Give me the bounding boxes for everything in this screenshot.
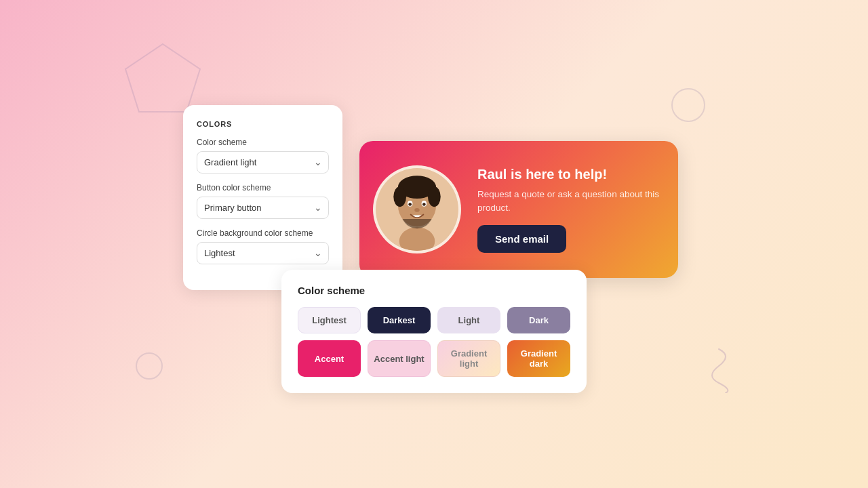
- hero-content: Raul is here to help! Request a quote or…: [477, 166, 659, 253]
- circle-decoration-2: [136, 352, 163, 380]
- squiggle-decoration: [698, 346, 739, 393]
- color-scheme-select[interactable]: Lightest Light Dark Darkest Accent Accen…: [197, 151, 329, 174]
- color-scheme-panel-title: Color scheme: [298, 285, 570, 296]
- svg-point-5: [393, 186, 406, 207]
- circle-decoration-1: [671, 88, 705, 122]
- color-scheme-panel: Color scheme Lightest Darkest Light Dark…: [281, 270, 587, 393]
- color-scheme-label: Color scheme: [197, 138, 329, 147]
- scheme-btn-accent-light[interactable]: Accent light: [368, 340, 431, 377]
- colors-panel: COLORS Color scheme Lightest Light Dark …: [183, 105, 342, 290]
- circle-bg-field: Circle background color scheme Lightest …: [197, 228, 329, 264]
- hero-title: Raul is here to help!: [477, 166, 659, 182]
- svg-point-6: [428, 186, 441, 207]
- svg-point-10: [422, 203, 426, 206]
- scheme-btn-dark[interactable]: Dark: [507, 307, 570, 333]
- circle-bg-select[interactable]: Lightest Light Dark Darkest: [197, 242, 329, 264]
- scheme-btn-gradient-dark[interactable]: Gradient dark: [507, 340, 570, 377]
- button-color-field: Button color scheme Primary button Secon…: [197, 183, 329, 219]
- avatar-image: [376, 165, 458, 253]
- scheme-btn-light[interactable]: Light: [437, 307, 500, 333]
- color-scheme-select-wrapper: Lightest Light Dark Darkest Accent Accen…: [197, 151, 329, 174]
- circle-bg-label: Circle background color scheme: [197, 228, 329, 238]
- hero-subtitle: Request a quote or ask a question about …: [477, 188, 659, 214]
- circle-bg-select-wrapper: Lightest Light Dark Darkest: [197, 242, 329, 264]
- scheme-btn-accent[interactable]: Accent: [298, 340, 361, 377]
- button-color-select[interactable]: Primary button Secondary button Accent b…: [197, 197, 329, 219]
- button-color-select-wrapper: Primary button Secondary button Accent b…: [197, 197, 329, 219]
- button-color-label: Button color scheme: [197, 183, 329, 192]
- color-scheme-grid: Lightest Darkest Light Dark Accent Accen…: [298, 307, 570, 377]
- send-email-button[interactable]: Send email: [477, 225, 566, 253]
- svg-point-11: [414, 208, 420, 212]
- scheme-btn-lightest[interactable]: Lightest: [298, 307, 361, 333]
- scheme-btn-gradient-light[interactable]: Gradient light: [437, 340, 500, 377]
- scheme-btn-darkest[interactable]: Darkest: [368, 307, 431, 333]
- hero-card: Raul is here to help! Request a quote or…: [359, 141, 678, 278]
- colors-panel-title: COLORS: [197, 120, 329, 128]
- color-scheme-field: Color scheme Lightest Light Dark Darkest…: [197, 138, 329, 174]
- svg-point-9: [408, 203, 412, 206]
- svg-marker-0: [125, 44, 200, 112]
- avatar: [373, 165, 461, 253]
